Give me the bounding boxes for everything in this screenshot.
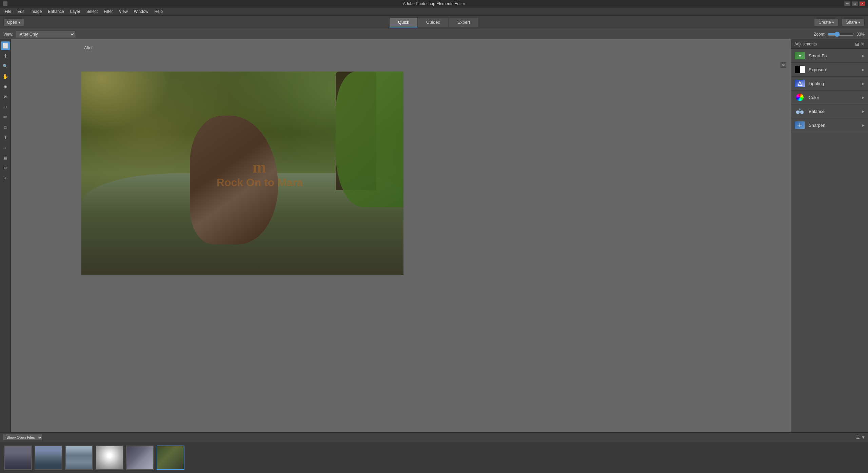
left-toolbar: ⬜ ✛ 🔍 ✋ ◉ ⊠ ⊟ ✏ ◻ T ⬦ ▦ ⊕ + xyxy=(0,39,11,432)
menu-item-select[interactable]: Select xyxy=(84,8,100,15)
color-icon xyxy=(794,93,805,101)
minimize-button[interactable]: ─ xyxy=(844,1,850,6)
gradient-tool[interactable]: ▦ xyxy=(1,153,10,162)
svg-point-6 xyxy=(799,109,801,110)
view-label: View: xyxy=(3,32,13,37)
adj-color[interactable]: Color ▶ xyxy=(791,91,868,104)
select-tool[interactable]: ⬜ xyxy=(1,41,10,50)
adj-color-arrow: ▶ xyxy=(862,96,865,99)
strip-controls: ☰ ▼ xyxy=(856,435,865,440)
add-tool[interactable]: + xyxy=(1,174,10,182)
adj-smart-fix-label: Smart Fix xyxy=(809,53,859,58)
menu-item-image[interactable]: Image xyxy=(28,8,44,15)
titlebar: Adobe Photoshop Elements Editor ─ □ ✕ xyxy=(0,0,868,7)
menu-item-window[interactable]: Window xyxy=(131,8,151,15)
photo-image: m Rock On to Mara xyxy=(81,72,403,275)
thumbnail-2[interactable] xyxy=(35,446,62,470)
titlebar-left xyxy=(3,1,7,6)
adjustments-title: Adjustments xyxy=(794,42,817,46)
thumbnail-1[interactable] xyxy=(4,446,32,470)
adj-lighting[interactable]: Lighting ▶ xyxy=(791,77,868,91)
adj-sharpen[interactable]: Sharpen ▶ xyxy=(791,118,868,132)
straighten-tool[interactable]: ⊟ xyxy=(1,102,10,111)
main-content: ⬜ ✛ 🔍 ✋ ◉ ⊠ ⊟ ✏ ◻ T ⬦ ▦ ⊕ + After ✕ xyxy=(0,39,868,432)
thumbnail-3[interactable] xyxy=(65,446,93,470)
top-right-tools: Create ▾ Share ▾ xyxy=(814,18,865,26)
adj-lighting-label: Lighting xyxy=(809,81,859,86)
move-tool[interactable]: ✛ xyxy=(1,52,10,60)
adj-sharpen-label: Sharpen xyxy=(809,123,859,128)
share-button[interactable]: Share ▾ xyxy=(842,18,865,26)
menu-item-file[interactable]: File xyxy=(2,8,14,15)
options-bar: View: After Only Before Only Before & Af… xyxy=(0,29,868,39)
panel-controls: ⊞ ✕ xyxy=(855,41,865,47)
tab-quick[interactable]: Quick xyxy=(390,17,418,27)
menu-item-enhance[interactable]: Enhance xyxy=(45,8,66,15)
thumbnail-6[interactable] xyxy=(157,446,184,470)
lighting-icon xyxy=(794,79,805,87)
panel-close-icon[interactable]: ✕ xyxy=(861,41,865,47)
thumbnail-4[interactable] xyxy=(96,446,123,470)
adj-exposure-arrow: ▶ xyxy=(862,68,865,72)
eraser-tool[interactable]: ◻ xyxy=(1,123,10,132)
right-panel: Adjustments ⊞ ✕ ★ Smart Fix ▶ Exposure ▶ xyxy=(791,39,868,432)
menu-item-help[interactable]: Help xyxy=(152,8,165,15)
zoom-area: Zoom: 33% xyxy=(814,32,865,37)
close-canvas-button[interactable]: ✕ xyxy=(781,62,786,68)
create-button[interactable]: Create ▾ xyxy=(814,18,838,26)
hand-tool[interactable]: ✋ xyxy=(1,72,10,81)
panel-expand-icon[interactable]: ⊞ xyxy=(855,41,859,47)
light-top-left xyxy=(81,72,183,139)
menu-item-view[interactable]: View xyxy=(116,8,131,15)
exposure-icon xyxy=(794,65,805,74)
photo-canvas[interactable]: m Rock On to Mara xyxy=(81,72,403,275)
adj-sharpen-arrow: ▶ xyxy=(862,123,865,127)
menu-item-edit[interactable]: Edit xyxy=(15,8,27,15)
mode-tabs: Quick Guided Expert xyxy=(390,17,479,27)
thumbnails-strip xyxy=(0,442,868,473)
view-select[interactable]: After Only Before Only Before & After - … xyxy=(16,31,75,38)
zoom-label: Zoom: xyxy=(814,32,825,37)
titlebar-controls[interactable]: ─ □ ✕ xyxy=(844,1,865,6)
adj-lighting-arrow: ▶ xyxy=(862,82,865,85)
smartfix-icon: ★ xyxy=(794,52,805,60)
adj-smart-fix[interactable]: ★ Smart Fix ▶ xyxy=(791,49,868,63)
adj-smart-fix-arrow: ▶ xyxy=(862,54,865,58)
zoom-slider[interactable] xyxy=(827,32,854,37)
adjustments-header: Adjustments ⊞ ✕ xyxy=(791,39,868,49)
paint-bucket-tool[interactable]: ⬦ xyxy=(1,143,10,152)
tab-expert[interactable]: Expert xyxy=(449,17,479,27)
type-tool[interactable]: T xyxy=(1,133,10,142)
show-files-select[interactable]: Show Open Files Show All Files xyxy=(3,434,43,441)
menu-item-layer[interactable]: Layer xyxy=(67,8,83,15)
eyedropper-tool[interactable]: ◉ xyxy=(1,82,10,91)
balance-icon xyxy=(794,107,805,115)
strip-expand-icon[interactable]: ▼ xyxy=(861,435,865,440)
custom-shape-tool[interactable]: ⊕ xyxy=(1,163,10,172)
canvas-area: After ✕ m Rock On to Mara xyxy=(11,39,791,432)
zoom-tool[interactable]: 🔍 xyxy=(1,62,10,71)
zoom-value: 33% xyxy=(856,32,865,37)
menu-item-filter[interactable]: Filter xyxy=(101,8,116,15)
open-button[interactable]: Open ▾ xyxy=(3,18,24,26)
after-label: After xyxy=(84,45,93,50)
brush-tool[interactable]: ✏ xyxy=(1,113,10,121)
app-icon xyxy=(3,1,7,6)
adj-exposure-label: Exposure xyxy=(809,67,859,72)
adj-balance-label: Balance xyxy=(809,109,859,114)
thumbnail-5[interactable] xyxy=(126,446,154,470)
tab-guided[interactable]: Guided xyxy=(418,17,449,27)
strip-list-icon[interactable]: ☰ xyxy=(856,435,860,440)
top-toolbar: Open ▾ Quick Guided Expert Create ▾ Shar… xyxy=(0,16,868,29)
crop-tool[interactable]: ⊠ xyxy=(1,92,10,101)
close-button[interactable]: ✕ xyxy=(859,1,865,6)
menubar: FileEditImageEnhanceLayerSelectFilterVie… xyxy=(0,7,868,16)
sharpen-icon xyxy=(794,121,805,129)
adj-balance[interactable]: Balance ▶ xyxy=(791,104,868,118)
foliage-right xyxy=(336,72,403,207)
maximize-button[interactable]: □ xyxy=(852,1,858,6)
adj-exposure[interactable]: Exposure ▶ xyxy=(791,63,868,77)
titlebar-title: Adobe Photoshop Elements Editor xyxy=(403,1,465,6)
adj-color-label: Color xyxy=(809,95,859,100)
strip-toolbar: Show Open Files Show All Files ☰ ▼ xyxy=(0,433,868,442)
